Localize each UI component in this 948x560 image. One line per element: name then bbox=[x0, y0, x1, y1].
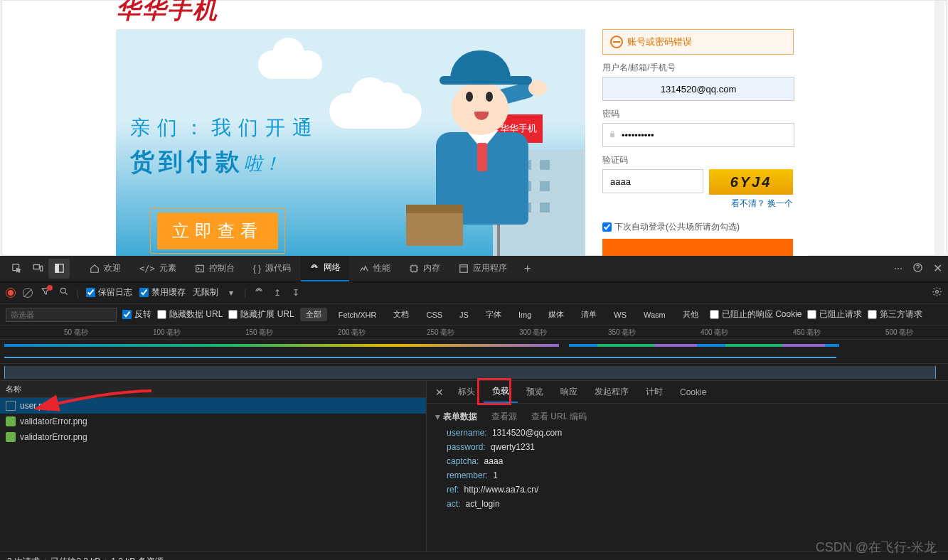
throttling-dropdown-icon[interactable]: ▾ bbox=[225, 288, 237, 298]
detail-tab-cookies[interactable]: Cookie bbox=[671, 383, 715, 402]
banner-cta-button[interactable]: 立即查看 bbox=[157, 212, 278, 249]
banner-line1: 亲们：我们开通 bbox=[130, 114, 319, 141]
help-icon[interactable] bbox=[912, 262, 923, 275]
password-label: 密码 bbox=[602, 108, 809, 120]
request-row[interactable]: validatorError.png bbox=[0, 429, 426, 445]
network-toolbar: | 保留日志 禁用缓存 无限制 ▾ | ↥ ↧ bbox=[0, 281, 948, 304]
status-transferred: 已传输2.2 kB bbox=[50, 556, 100, 560]
hide-ext-url-checkbox[interactable]: 隐藏扩展 URL bbox=[228, 308, 294, 321]
preserve-log-checkbox[interactable]: 保留日志 bbox=[86, 286, 132, 298]
captcha-hint: 看不清？ bbox=[731, 198, 765, 208]
filter-all[interactable]: 全部 bbox=[300, 308, 327, 321]
filter-font[interactable]: 字体 bbox=[480, 308, 507, 321]
mascot-graphic bbox=[400, 50, 564, 257]
third-party-checkbox[interactable]: 第三方请求 bbox=[868, 308, 922, 321]
timeline-ruler[interactable]: 50 毫秒 100 毫秒 150 毫秒 200 毫秒 250 毫秒 300 毫秒… bbox=[0, 325, 948, 340]
detail-tab-payload[interactable]: 负载 bbox=[484, 381, 518, 403]
tab-performance[interactable]: 性能 bbox=[351, 256, 399, 281]
username-input[interactable] bbox=[602, 77, 794, 101]
inspect-icon[interactable] bbox=[6, 259, 27, 279]
clear-button[interactable] bbox=[23, 288, 33, 298]
hide-data-url-checkbox[interactable]: 隐藏数据 URL bbox=[157, 308, 223, 321]
tab-welcome[interactable]: 欢迎 bbox=[81, 256, 129, 281]
detail-tab-timing[interactable]: 计时 bbox=[637, 382, 671, 402]
promo-banner: 华华手机 亲们：我们开通 货到付款啦！ 立即查看 bbox=[116, 29, 585, 257]
status-requests: 3 次请求 bbox=[7, 556, 40, 560]
document-icon bbox=[6, 401, 16, 411]
close-detail-icon[interactable]: ✕ bbox=[430, 387, 449, 398]
filter-ws[interactable]: WS bbox=[608, 309, 632, 321]
username-label: 用户名/邮箱/手机号 bbox=[602, 62, 809, 74]
filter-toggle-icon[interactable] bbox=[40, 286, 51, 298]
remember-checkbox-row[interactable]: 下次自动登录(公共场所请勿勾选) bbox=[602, 221, 809, 233]
filter-manifest[interactable]: 清单 bbox=[575, 308, 602, 321]
request-name: validatorError.png bbox=[20, 432, 87, 442]
detail-tab-initiator[interactable]: 发起程序 bbox=[586, 382, 637, 402]
filter-doc[interactable]: 文档 bbox=[388, 308, 415, 321]
devtools-main-tabs: 欢迎 </>元素 控制台 { }源代码 网络 性能 内存 应用程序 + ⋯ ✕ bbox=[0, 256, 948, 281]
svg-point-9 bbox=[60, 288, 65, 293]
blocked-req-checkbox[interactable]: 已阻止请求 bbox=[807, 308, 862, 321]
page-scrollbar[interactable] bbox=[934, 1, 944, 257]
lock-icon bbox=[608, 129, 617, 137]
tab-memory[interactable]: 内存 bbox=[400, 256, 449, 281]
filter-other[interactable]: 其他 bbox=[677, 308, 704, 321]
devtools-panel: 欢迎 </>元素 控制台 { }源代码 网络 性能 内存 应用程序 + ⋯ ✕ … bbox=[0, 256, 948, 560]
request-list-header[interactable]: 名称 bbox=[0, 381, 426, 398]
invert-checkbox[interactable]: 反转 bbox=[122, 308, 151, 321]
svg-rect-2 bbox=[40, 266, 42, 271]
more-icon[interactable]: ⋯ bbox=[894, 264, 902, 274]
captcha-refresh-link[interactable]: 换一个 bbox=[767, 198, 793, 208]
export-har-icon[interactable]: ↧ bbox=[290, 288, 302, 298]
record-button[interactable] bbox=[6, 288, 16, 298]
filter-fetch[interactable]: Fetch/XHR bbox=[333, 309, 383, 321]
filter-js[interactable]: JS bbox=[454, 309, 474, 321]
network-settings-icon[interactable] bbox=[931, 286, 942, 299]
device-toggle-icon[interactable] bbox=[27, 259, 48, 279]
form-data-section-header[interactable]: ▶表单数据 查看源 查看 URL 编码 bbox=[427, 408, 948, 426]
blocked-cookies-checkbox[interactable]: 已阻止的响应 Cookie bbox=[710, 308, 802, 321]
close-devtools-icon[interactable]: ✕ bbox=[933, 262, 942, 275]
svg-rect-4 bbox=[55, 264, 58, 272]
tab-add[interactable]: + bbox=[517, 256, 538, 281]
tab-network[interactable]: 网络 bbox=[301, 256, 349, 281]
svg-rect-6 bbox=[411, 265, 417, 271]
request-row[interactable]: validatorError.png bbox=[0, 414, 426, 429]
import-har-icon[interactable]: ↥ bbox=[272, 288, 283, 298]
tab-elements[interactable]: </>元素 bbox=[131, 256, 185, 281]
view-url-encoded-link[interactable]: 查看 URL 编码 bbox=[531, 411, 587, 423]
timeline-selection[interactable] bbox=[0, 364, 948, 381]
filter-input[interactable] bbox=[6, 308, 117, 322]
tab-console[interactable]: 控制台 bbox=[186, 256, 243, 281]
network-conditions-icon[interactable] bbox=[253, 286, 265, 298]
tab-application[interactable]: 应用程序 bbox=[450, 256, 516, 281]
svg-rect-1 bbox=[33, 265, 39, 269]
banner-line2-bold: 货到付款 bbox=[130, 146, 244, 178]
request-row[interactable]: user.php bbox=[0, 398, 426, 414]
login-form: 账号或密码错误 用户名/邮箱/手机号 密码 验证码 6YJ4 看不清？ 换一个 … bbox=[602, 29, 809, 264]
filter-img[interactable]: Img bbox=[513, 309, 537, 321]
request-name: validatorError.png bbox=[20, 416, 87, 426]
detail-tab-headers[interactable]: 标头 bbox=[449, 382, 484, 402]
filter-media[interactable]: 媒体 bbox=[543, 308, 570, 321]
disable-cache-checkbox[interactable]: 禁用缓存 bbox=[139, 286, 186, 298]
view-source-link[interactable]: 查看源 bbox=[491, 411, 517, 423]
timeline-overview[interactable] bbox=[0, 340, 948, 364]
detail-tab-preview[interactable]: 预览 bbox=[518, 382, 552, 402]
filter-css[interactable]: CSS bbox=[420, 309, 448, 321]
error-icon bbox=[610, 36, 623, 48]
dock-side-icon[interactable] bbox=[48, 259, 70, 279]
detail-tab-response[interactable]: 响应 bbox=[552, 382, 586, 402]
captcha-image[interactable]: 6YJ4 bbox=[709, 169, 793, 195]
throttling-select[interactable]: 无限制 bbox=[193, 286, 218, 298]
image-icon bbox=[6, 416, 16, 426]
image-icon bbox=[6, 432, 16, 442]
password-input[interactable] bbox=[602, 123, 794, 147]
tab-sources[interactable]: { }源代码 bbox=[245, 256, 299, 281]
search-icon[interactable] bbox=[58, 286, 70, 298]
filter-wasm[interactable]: Wasm bbox=[638, 309, 671, 321]
captcha-input[interactable] bbox=[602, 169, 703, 193]
svg-rect-7 bbox=[460, 264, 468, 272]
svg-rect-5 bbox=[196, 265, 203, 271]
remember-checkbox[interactable] bbox=[602, 222, 612, 232]
